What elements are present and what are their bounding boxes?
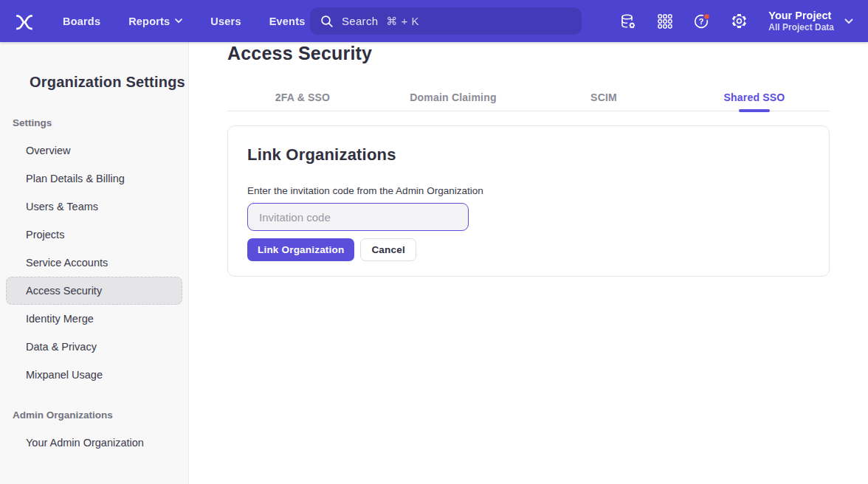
active-tab-indicator	[739, 109, 770, 112]
sidebar-item-your-admin-organization[interactable]: Your Admin Organization	[6, 429, 182, 457]
tab-2fa-sso[interactable]: 2FA & SSO	[227, 83, 378, 111]
sidebar-item-users-teams[interactable]: Users & Teams	[6, 193, 182, 221]
nav-item-events[interactable]: Events	[269, 15, 306, 27]
sidebar-section-settings: Settings	[13, 118, 188, 128]
data-management-icon[interactable]	[619, 13, 637, 30]
tab-shared-sso[interactable]: Shared SSO	[679, 83, 830, 111]
apps-grid-icon[interactable]	[656, 13, 674, 30]
nav-item-label: Events	[269, 15, 306, 27]
primary-nav: Boards Reports Users Events	[63, 15, 305, 27]
navbar-right-cluster: ? Your Project All Project Data	[619, 0, 853, 42]
top-navbar: Boards Reports Users Events Search ⌘ + K	[0, 0, 868, 42]
project-data-view: All Project Data	[768, 22, 834, 33]
page-title: Access Security	[227, 42, 830, 64]
nav-item-label: Users	[210, 15, 241, 27]
access-security-tabs: 2FA & SSO Domain Claiming SCIM Shared SS…	[227, 83, 830, 111]
link-organizations-card: Link Organizations Enter the invitation …	[227, 125, 830, 277]
sidebar-item-projects[interactable]: Projects	[6, 221, 182, 249]
cancel-button[interactable]: Cancel	[360, 238, 416, 261]
project-selector-labels: Your Project All Project Data	[768, 9, 834, 33]
sidebar-item-overview[interactable]: Overview	[6, 136, 182, 165]
nav-item-users[interactable]: Users	[210, 15, 241, 27]
settings-gear-icon[interactable]	[730, 13, 748, 30]
sidebar-title: Organization Settings	[30, 75, 188, 89]
chevron-down-icon	[844, 18, 853, 24]
mixpanel-logo-icon[interactable]	[12, 9, 37, 34]
sidebar-item-data-privacy[interactable]: Data & Privacy	[6, 333, 182, 361]
search-icon	[320, 15, 334, 28]
settings-sidebar: Organization Settings Settings Overview …	[0, 42, 189, 484]
tab-label: Domain Claiming	[410, 91, 496, 103]
sidebar-item-mixpanel-usage[interactable]: Mixpanel Usage	[6, 361, 182, 389]
sidebar-item-plan-details-billing[interactable]: Plan Details & Billing	[6, 165, 182, 193]
project-name: Your Project	[768, 9, 831, 22]
search-placeholder: Search	[342, 15, 378, 27]
invitation-code-input[interactable]	[247, 203, 469, 231]
tab-label: 2FA & SSO	[275, 91, 330, 103]
nav-item-reports[interactable]: Reports	[128, 15, 182, 27]
sidebar-item-access-security[interactable]: Access Security	[6, 277, 182, 305]
nav-item-label: Boards	[63, 15, 100, 27]
tab-scim[interactable]: SCIM	[528, 83, 679, 111]
tab-label: Shared SSO	[724, 91, 785, 103]
invitation-code-help-text: Enter the invitation code from the Admin…	[247, 185, 810, 197]
chevron-down-icon	[175, 18, 182, 24]
project-selector[interactable]: Your Project All Project Data	[768, 9, 853, 33]
svg-text:?: ?	[699, 17, 704, 26]
sidebar-section-admin-organizations: Admin Organizations	[13, 410, 188, 421]
nav-item-boards[interactable]: Boards	[63, 15, 100, 27]
sidebar-admin-list: Your Admin Organization	[6, 429, 182, 457]
card-title: Link Organizations	[247, 145, 810, 165]
nav-item-label: Reports	[128, 15, 170, 27]
link-organization-button[interactable]: Link Organization	[247, 238, 354, 261]
tab-label: SCIM	[590, 91, 617, 103]
tab-domain-claiming[interactable]: Domain Claiming	[378, 83, 528, 111]
global-search-input[interactable]: Search ⌘ + K	[310, 7, 582, 35]
card-actions: Link Organization Cancel	[247, 238, 810, 261]
sidebar-settings-list: Overview Plan Details & Billing Users & …	[6, 136, 182, 389]
search-shortcut-hint: ⌘ + K	[386, 15, 419, 28]
help-icon[interactable]: ?	[693, 13, 711, 30]
main-content: Access Security 2FA & SSO Domain Claimin…	[189, 42, 868, 277]
sidebar-item-identity-merge[interactable]: Identity Merge	[6, 305, 182, 333]
sidebar-item-service-accounts[interactable]: Service Accounts	[6, 249, 182, 277]
